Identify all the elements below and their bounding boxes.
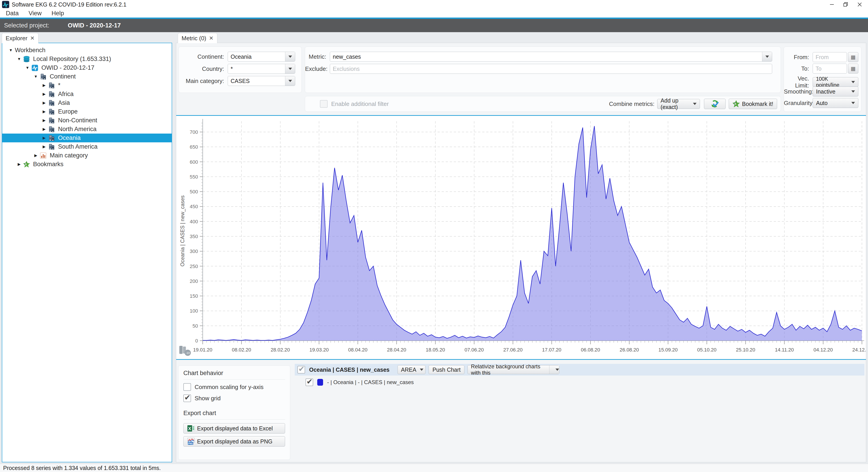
expand-arrow-icon[interactable]: ▶ xyxy=(40,92,48,97)
tree-item-local-repository-1-653-331[interactable]: ▼Local Repository (1.653.331) xyxy=(2,55,172,63)
collapse-arrow-icon[interactable]: ▼ xyxy=(15,57,23,61)
tree-item-main-category[interactable]: ▶Main category xyxy=(2,151,172,160)
x-tick-label: 08.02.20 xyxy=(232,347,251,352)
tree-item-label: OWID - 2020-12-17 xyxy=(41,64,94,71)
country-input[interactable] xyxy=(228,64,285,73)
menu-help[interactable]: Help xyxy=(46,9,69,18)
tree-item-north-america[interactable]: ▶North America xyxy=(2,125,172,134)
menu-data[interactable]: Data xyxy=(1,9,24,18)
tab-explorer-close-icon[interactable]: ✕ xyxy=(30,35,35,41)
metric-combobox[interactable] xyxy=(330,52,772,62)
series-area[interactable] xyxy=(203,126,862,341)
collapse-arrow-icon[interactable]: ▼ xyxy=(32,74,40,79)
tree-item-[interactable]: ▶* xyxy=(2,81,172,90)
expand-arrow-icon[interactable]: ▶ xyxy=(40,109,48,114)
relativize-select[interactable]: Relativize background charts with this xyxy=(467,365,559,374)
collapse-arrow-icon[interactable]: ▼ xyxy=(23,66,31,70)
tree-item-non-continent[interactable]: ▶Non-Continent xyxy=(2,116,172,125)
metric-input[interactable] xyxy=(330,52,762,61)
y-tick-label: 700 xyxy=(190,129,198,135)
country-combobox[interactable] xyxy=(228,64,295,74)
refresh-check-icon xyxy=(710,99,719,108)
x-tick-label: 28.04.20 xyxy=(387,347,406,352)
area-chart[interactable]: 0501001502002503003504004505005506006507… xyxy=(176,116,866,359)
to-calendar-button[interactable]: ▦ xyxy=(848,64,858,73)
chart-behavior-card: Chart behavior Common scaling for y-axis… xyxy=(178,365,290,460)
series-visible-checkbox[interactable] xyxy=(306,378,313,386)
metric-filter-card: Metric: Exclude: xyxy=(305,46,781,93)
expand-arrow-icon[interactable]: ▶ xyxy=(40,83,48,88)
tree-item-label: Oceania xyxy=(58,134,81,141)
vec-limit-select[interactable]: 100K points/line xyxy=(813,77,858,87)
series-color-swatch[interactable] xyxy=(317,379,323,386)
continent-input[interactable] xyxy=(228,52,285,61)
server-icon xyxy=(40,73,47,80)
minimize-button[interactable] xyxy=(825,0,839,9)
svg-text:PNG: PNG xyxy=(188,442,193,445)
tab-explorer[interactable]: Explorer ✕ xyxy=(2,33,38,43)
tree-item-africa[interactable]: ▶Africa xyxy=(2,90,172,99)
expand-arrow-icon[interactable]: ▶ xyxy=(32,153,40,158)
x-tick-label: 14.11.20 xyxy=(775,347,794,352)
chart-container[interactable]: 0501001502002503003504004505005506006507… xyxy=(176,115,866,360)
main-category-combobox[interactable] xyxy=(228,76,295,86)
granularity-select[interactable]: Auto xyxy=(813,98,858,108)
chart-type-select[interactable]: AREA xyxy=(398,365,426,374)
expand-arrow-icon[interactable]: ▶ xyxy=(15,162,23,167)
from-calendar-button[interactable]: ▦ xyxy=(848,52,858,62)
continent-dropdown-icon[interactable] xyxy=(285,52,295,61)
country-dropdown-icon[interactable] xyxy=(285,64,295,73)
from-input[interactable] xyxy=(813,52,847,62)
main-area: Explorer ✕ ▼Workbench▼Local Repository (… xyxy=(0,32,868,464)
enable-additional-filter-label: Enable additional filter xyxy=(331,101,389,107)
expand-arrow-icon[interactable]: ▶ xyxy=(40,144,48,149)
tab-metric-close-icon[interactable]: ✕ xyxy=(209,35,214,41)
x-tick-label: 19.03.20 xyxy=(309,347,329,352)
tab-metric[interactable]: Metric (0) ✕ xyxy=(178,33,217,43)
export-png-button[interactable]: PNG Export displayed data as PNG xyxy=(183,436,285,447)
tree-item-europe[interactable]: ▶Europe xyxy=(2,107,172,116)
bookmark-button[interactable]: B Bookmark it! xyxy=(729,99,777,109)
tree-item-asia[interactable]: ▶Asia xyxy=(2,99,172,107)
expand-arrow-icon[interactable]: ▶ xyxy=(40,136,48,140)
tree-item-bookmarks[interactable]: ▶BBookmarks xyxy=(2,160,172,169)
export-excel-button[interactable]: X Export displayed data to Excel xyxy=(183,423,285,434)
main-category-dropdown-icon[interactable] xyxy=(285,76,295,86)
y-axis-title: Oceania | CASES | new_cases xyxy=(180,195,185,267)
calendar-icon: ▦ xyxy=(851,66,856,72)
tree-item-label: North America xyxy=(58,126,96,133)
enable-additional-filter-checkbox[interactable] xyxy=(320,100,328,108)
common-scaling-checkbox[interactable] xyxy=(183,383,191,391)
tree-item-workbench[interactable]: ▼Workbench xyxy=(2,46,172,55)
tree-item-south-america[interactable]: ▶South America xyxy=(2,142,172,151)
smoothing-select[interactable]: Inactive xyxy=(813,87,858,97)
restore-button[interactable] xyxy=(839,0,853,9)
expand-arrow-icon[interactable]: ▶ xyxy=(40,118,48,123)
x-tick-label: 05.10.20 xyxy=(697,347,717,352)
show-grid-checkbox[interactable] xyxy=(183,395,191,402)
collapse-arrow-icon[interactable]: ▼ xyxy=(7,48,15,53)
y-tick-label: 300 xyxy=(190,248,198,254)
close-button[interactable] xyxy=(853,0,867,9)
continent-combobox[interactable] xyxy=(228,52,295,62)
tree-item-continent[interactable]: ▼Continent xyxy=(2,72,172,81)
expand-arrow-icon[interactable]: ▶ xyxy=(40,101,48,105)
metric-dropdown-icon[interactable] xyxy=(762,52,772,61)
tree-item-owid-2020-12-17[interactable]: ▼OWID - 2020-12-17 xyxy=(2,63,172,72)
relativize-dropdown-icon[interactable] xyxy=(549,365,559,374)
history-icon[interactable]: -10 xyxy=(179,345,191,357)
country-label: Country: xyxy=(179,65,228,72)
refresh-combine-button[interactable] xyxy=(704,99,725,109)
main-category-input[interactable] xyxy=(228,76,285,86)
combine-metrics-select[interactable]: Add up (exact) xyxy=(657,99,700,109)
series-group-checkbox[interactable] xyxy=(298,366,305,373)
expand-arrow-icon[interactable]: ▶ xyxy=(40,127,48,132)
tree-item-label: Main category xyxy=(50,152,88,159)
push-chart-button[interactable]: Push Chart xyxy=(429,365,464,374)
to-input[interactable] xyxy=(813,64,847,73)
series-row[interactable]: - | Oceania | - | CASES | new_cases xyxy=(295,378,864,387)
tree-item-oceania[interactable]: ▶Oceania xyxy=(2,134,172,142)
exclude-input[interactable] xyxy=(330,64,772,74)
menu-view[interactable]: View xyxy=(24,9,46,18)
vec-limit-value: 100K points/line xyxy=(816,76,851,88)
